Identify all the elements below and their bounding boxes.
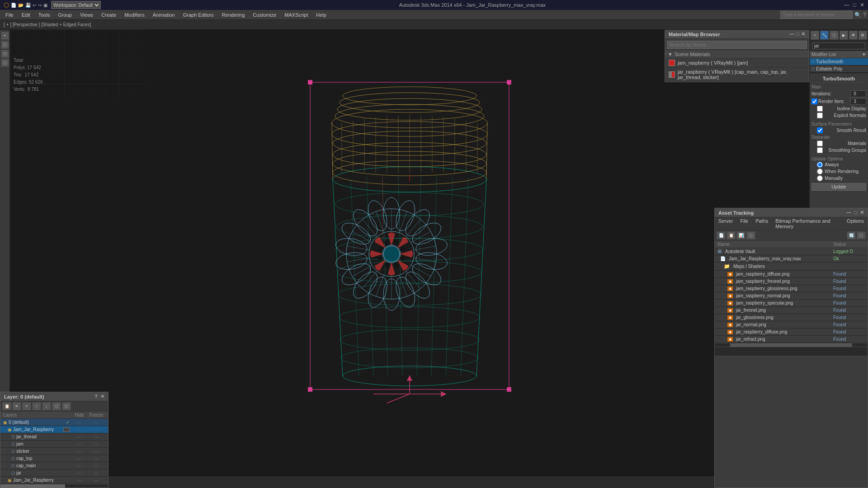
at-row-maxfile[interactable]: 📄 Jam_Jar_Raspberry_max_vray.max Ok bbox=[715, 255, 868, 263]
at-scrollbar-thumb[interactable] bbox=[730, 343, 852, 347]
rp-icon-modify[interactable]: 🔧 bbox=[820, 31, 829, 40]
at-menu-bitmap[interactable]: Bitmap Performance and Memory bbox=[772, 217, 843, 230]
mat-browser-close[interactable]: ✕ bbox=[801, 31, 805, 37]
layers-scrollbar[interactable] bbox=[0, 484, 108, 488]
at-close-button[interactable]: ✕ bbox=[860, 210, 864, 216]
close-button[interactable]: ✕ bbox=[860, 2, 864, 8]
layer-item-0[interactable]: ▣ 0 (default) ✓ — — bbox=[0, 419, 108, 426]
ts-materials-checkbox[interactable] bbox=[817, 141, 823, 146]
layer-tb-btn-7[interactable]: ⬡ bbox=[62, 402, 71, 410]
at-tb-btn-4[interactable]: ⬡ bbox=[746, 231, 755, 239]
ts-iterations-input[interactable] bbox=[850, 90, 866, 97]
mat-browser-maximize[interactable]: □ bbox=[796, 31, 799, 37]
at-tb-btn-5[interactable]: 🔄 bbox=[847, 231, 856, 239]
at-row-img-0[interactable]: ▣ jam_raspberry_diffuse.png Found bbox=[715, 271, 868, 278]
ts-radio-when-rendering-input[interactable] bbox=[817, 169, 823, 174]
at-menu-server[interactable]: Server bbox=[715, 217, 736, 230]
menu-group[interactable]: Group bbox=[54, 11, 75, 19]
left-icon-3[interactable]: ⬡ bbox=[1, 50, 9, 58]
modifier-search-input[interactable] bbox=[812, 42, 865, 49]
minimize-button[interactable]: — bbox=[844, 2, 849, 8]
ts-radio-always-input[interactable] bbox=[817, 162, 823, 168]
ts-smoothing-groups-checkbox[interactable] bbox=[817, 147, 823, 153]
viewport[interactable]: Total Polys: 17 542 Tris: 17 542 Edges: … bbox=[10, 30, 809, 476]
material-search-input[interactable] bbox=[667, 41, 807, 49]
toolbar-icon-new[interactable]: 📄 bbox=[11, 3, 16, 8]
at-row-img-9[interactable]: ▣ jar_refract.png Found bbox=[715, 336, 868, 343]
menu-create[interactable]: Create bbox=[98, 11, 120, 19]
layer-item-6[interactable]: ⬡ cap_main — — bbox=[0, 462, 108, 469]
rp-icon-display[interactable]: 👁 bbox=[849, 31, 858, 40]
help-search-input[interactable] bbox=[780, 11, 853, 19]
layer-item-8[interactable]: ▣ Jam_Jar_Raspberry — — bbox=[0, 477, 108, 484]
at-row-img-4[interactable]: ▣ jam_raspberry_specular.png Found bbox=[715, 300, 868, 307]
at-minimize-button[interactable]: — bbox=[846, 210, 851, 216]
at-menu-file[interactable]: File bbox=[736, 217, 752, 230]
layer-tb-btn-2[interactable]: ✕ bbox=[12, 402, 21, 410]
at-row-vault[interactable]: 🏛 Autodesk Vault Logged O bbox=[715, 248, 868, 255]
menu-animation[interactable]: Animation bbox=[149, 11, 179, 19]
ts-radio-manually-input[interactable] bbox=[817, 175, 823, 181]
left-icon-2[interactable]: ⬡ bbox=[1, 41, 9, 49]
menu-edit[interactable]: Edit bbox=[18, 11, 34, 19]
modifier-list-dropdown[interactable]: ▼ bbox=[862, 52, 866, 57]
menu-customize[interactable]: Customize bbox=[249, 11, 280, 19]
layer-tb-btn-5[interactable]: ↓ bbox=[42, 402, 51, 410]
menu-maxscript[interactable]: MAXScript bbox=[281, 11, 311, 19]
layers-scrollbar-thumb[interactable] bbox=[0, 484, 65, 488]
layer-item-7[interactable]: ⬡ jar — — bbox=[0, 469, 108, 477]
mat-item-2[interactable]: jar_raspberry ( VRayMtl ) [cap_main, cap… bbox=[665, 68, 809, 82]
ts-smooth-result-checkbox[interactable] bbox=[817, 127, 823, 133]
at-row-img-3[interactable]: ▣ jam_raspberry_normal.png Found bbox=[715, 292, 868, 300]
at-tb-btn-3[interactable]: 📊 bbox=[736, 231, 745, 239]
layer-tb-btn-3[interactable]: + bbox=[22, 402, 31, 410]
at-menu-options[interactable]: Options bbox=[843, 217, 868, 230]
rp-icon-create[interactable]: + bbox=[811, 31, 819, 40]
at-maximize-button[interactable]: □ bbox=[854, 210, 857, 216]
menu-modifiers[interactable]: Modifiers bbox=[121, 11, 148, 19]
help-search-icon[interactable]: 🔍 bbox=[854, 12, 861, 18]
toolbar-icon-small[interactable]: ▣ bbox=[43, 3, 47, 8]
ts-isoline-checkbox[interactable] bbox=[817, 106, 823, 112]
layer-item-1[interactable]: ▣ Jam_Jar_Raspberry — — bbox=[0, 426, 108, 433]
modifier-item-editablepoly[interactable]: ⬡ Editable Poly bbox=[810, 66, 868, 73]
modifier-item-turbsmooth[interactable]: ⬡ TurboSmooth bbox=[810, 58, 868, 66]
layer-tb-btn-4[interactable]: ↑ bbox=[32, 402, 41, 410]
layer-tb-btn-6[interactable]: ⬡ bbox=[52, 402, 61, 410]
layer-item-4[interactable]: ⬡ sticker — — bbox=[0, 448, 108, 455]
mat-section-header[interactable]: ▼ Scene Materials bbox=[665, 51, 809, 58]
mat-browser-minimize[interactable]: — bbox=[789, 31, 794, 37]
at-scrollbar[interactable] bbox=[715, 343, 868, 347]
layer-item-3[interactable]: ⬡ jam — — bbox=[0, 441, 108, 448]
rp-icon-utilities[interactable]: ⚙ bbox=[859, 31, 867, 40]
menu-file[interactable]: File bbox=[2, 11, 17, 19]
menu-rendering[interactable]: Rendering bbox=[218, 11, 249, 19]
at-row-img-6[interactable]: ▣ jar_glossiness.png Found bbox=[715, 314, 868, 321]
layers-close-button[interactable]: ✕ bbox=[100, 394, 104, 399]
ts-explicit-normals-checkbox[interactable] bbox=[817, 113, 823, 118]
left-icon-4[interactable]: ⬡ bbox=[1, 59, 9, 67]
at-tb-btn-6[interactable]: ⬡ bbox=[857, 231, 866, 239]
ts-render-iters-input[interactable] bbox=[850, 98, 866, 105]
at-row-img-8[interactable]: ▣ jar_raspberry_diffuse.png Found bbox=[715, 328, 868, 336]
layer-item-5[interactable]: ⬡ cap_top — — bbox=[0, 455, 108, 462]
menu-help[interactable]: Help bbox=[312, 11, 330, 19]
help-icon[interactable]: ? bbox=[863, 12, 866, 18]
at-row-img-2[interactable]: ▣ jam_raspberry_glossiness.png Found bbox=[715, 285, 868, 292]
menu-tools[interactable]: Tools bbox=[35, 11, 54, 19]
toolbar-redo[interactable]: ↪ bbox=[38, 3, 42, 8]
toolbar-icon-save[interactable]: 💾 bbox=[25, 3, 31, 8]
menu-views[interactable]: Views bbox=[76, 11, 97, 19]
at-tb-btn-2[interactable]: 📋 bbox=[726, 231, 736, 239]
layers-help-button[interactable]: ? bbox=[94, 394, 98, 399]
at-row-img-1[interactable]: ▣ jam_raspberry_fresnel.png Found bbox=[715, 278, 868, 285]
mat-item-1[interactable]: jam_raspberry ( VRayMtl ) [jam] bbox=[665, 58, 809, 68]
left-icon-1[interactable]: + bbox=[1, 32, 9, 40]
toolbar-icon-open[interactable]: 📂 bbox=[18, 3, 24, 8]
maximize-button[interactable]: □ bbox=[853, 2, 856, 8]
at-menu-paths[interactable]: Paths bbox=[752, 217, 772, 230]
at-row-maps-folder[interactable]: 📁 Maps / Shaders bbox=[715, 263, 868, 271]
ts-render-iters-checkbox[interactable] bbox=[811, 99, 817, 104]
toolbar-undo[interactable]: ↩ bbox=[33, 3, 36, 8]
at-row-img-5[interactable]: ▣ jar_fresnel.png Found bbox=[715, 307, 868, 314]
